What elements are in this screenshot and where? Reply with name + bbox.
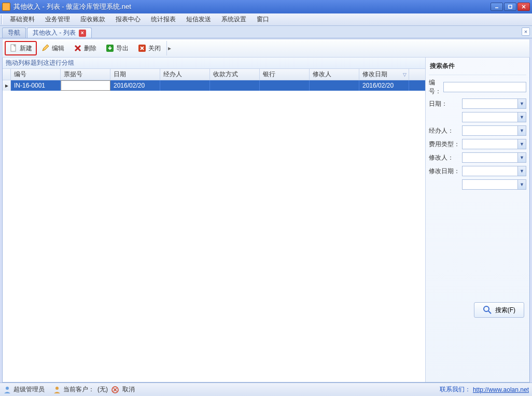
- search-button-label: 搜索(F): [495, 306, 515, 315]
- dropdown-icon: ▼: [517, 99, 526, 108]
- menu-window[interactable]: 窗口: [251, 13, 274, 25]
- search-handler-combo[interactable]: ▼: [462, 125, 526, 136]
- col-header-date[interactable]: 日期: [110, 69, 160, 80]
- export-icon: [106, 44, 114, 52]
- cell-bank[interactable]: [260, 80, 310, 91]
- maximize-button[interactable]: [504, 3, 516, 11]
- dropdown-icon: ▼: [517, 139, 526, 149]
- cell-bill[interactable]: [61, 80, 110, 91]
- client-icon: [53, 386, 61, 394]
- menu-business[interactable]: 业务管理: [40, 13, 75, 25]
- dropdown-icon: ▼: [517, 180, 526, 189]
- label-date: 日期：: [429, 100, 462, 108]
- menu-receivable[interactable]: 应收账款: [75, 13, 110, 25]
- search-feetype-combo[interactable]: ▼: [462, 139, 526, 149]
- tab-strip: 导航 其他收入 - 列表 × ×: [0, 26, 532, 38]
- toolbar-overflow[interactable]: ▸: [166, 41, 172, 55]
- label-modifier: 修改人：: [429, 153, 462, 162]
- label-moddate: 修改日期：: [429, 167, 462, 176]
- menu-settings[interactable]: 系统设置: [216, 13, 251, 25]
- dropdown-icon: ▼: [517, 153, 526, 162]
- tab-other-income-list[interactable]: 其他收入 - 列表 ×: [27, 27, 92, 38]
- row-indicator: ▸: [3, 80, 11, 91]
- tab-close-icon[interactable]: ×: [79, 30, 86, 37]
- new-label: 新建: [20, 44, 32, 53]
- tab-navigation[interactable]: 导航: [2, 27, 26, 38]
- col-header-paymethod[interactable]: 收款方式: [210, 69, 260, 80]
- menu-report-center[interactable]: 报表中心: [110, 13, 146, 25]
- menu-grip: [1, 15, 3, 24]
- status-client: 当前客户： (无) 取消: [53, 385, 135, 394]
- close-tab-button[interactable]: 关闭: [133, 41, 165, 55]
- svg-line-13: [488, 311, 491, 314]
- export-label: 导出: [116, 44, 129, 53]
- svg-point-14: [6, 387, 9, 390]
- search-moddate-from[interactable]: ▼: [462, 166, 526, 176]
- main-content: 拖动列标题到这进行分组 编号 票据号 日期 经办人 收款方式 银行 修改人 修改…: [2, 58, 530, 383]
- row-indicator-header: [3, 69, 11, 80]
- edit-label: 编辑: [52, 44, 64, 53]
- edit-button[interactable]: 编辑: [37, 41, 69, 55]
- menu-basic-data[interactable]: 基础资料: [5, 13, 40, 25]
- contact-label: 联系我们：: [440, 385, 471, 394]
- dropdown-icon: ▼: [517, 126, 526, 135]
- col-header-moddate[interactable]: 修改日期▽: [359, 69, 409, 80]
- search-no-input[interactable]: [443, 82, 526, 92]
- status-client-label: 当前客户：: [63, 385, 94, 394]
- dropdown-icon: ▼: [517, 166, 526, 176]
- magnifier-icon: [483, 305, 492, 315]
- search-title: 搜索条件: [429, 60, 526, 75]
- status-user-label: 超级管理员: [13, 385, 45, 394]
- menu-bar: 基础资料 业务管理 应收账款 报表中心 统计报表 短信发送 系统设置 窗口: [0, 13, 532, 26]
- menu-sms[interactable]: 短信发送: [181, 13, 216, 25]
- cell-paymethod[interactable]: [210, 80, 260, 91]
- toolbar: 新建 编辑 删除 导出 关闭 ▸: [2, 39, 530, 58]
- label-feetype: 费用类型：: [429, 140, 462, 149]
- dropdown-icon: ▼: [517, 112, 526, 122]
- search-date-to[interactable]: ▼: [462, 112, 526, 122]
- table-row[interactable]: ▸ IN-16-0001 2016/02/20 2016/02/20: [3, 80, 425, 91]
- minimize-button[interactable]: [491, 3, 503, 11]
- pencil-icon: [41, 44, 50, 52]
- search-button[interactable]: 搜索(F): [474, 302, 524, 318]
- close-x-icon: [138, 44, 146, 52]
- contact-link[interactable]: http://www.aolan.net: [473, 386, 529, 393]
- grid-area: 拖动列标题到这进行分组 编号 票据号 日期 经办人 收款方式 银行 修改人 修改…: [3, 58, 426, 382]
- col-header-moddate-label: 修改日期: [362, 70, 387, 79]
- grid-body[interactable]: ▸ IN-16-0001 2016/02/20 2016/02/20: [3, 80, 425, 382]
- col-header-modifier[interactable]: 修改人: [310, 69, 359, 80]
- grid-header: 编号 票据号 日期 经办人 收款方式 银行 修改人 修改日期▽: [3, 69, 425, 80]
- label-no: 编号：: [429, 78, 443, 96]
- cell-date[interactable]: 2016/02/20: [110, 80, 160, 91]
- cell-no[interactable]: IN-16-0001: [11, 80, 61, 91]
- status-user: 超级管理员: [3, 385, 45, 394]
- cell-moddate[interactable]: 2016/02/20: [359, 80, 409, 91]
- svg-point-15: [55, 387, 59, 390]
- col-header-no[interactable]: 编号: [11, 69, 61, 80]
- search-modifier-combo[interactable]: ▼: [462, 152, 526, 163]
- delete-button[interactable]: 删除: [69, 41, 101, 55]
- tab-label: 其他收入 - 列表: [33, 29, 76, 37]
- col-header-bill[interactable]: 票据号: [61, 69, 110, 80]
- menu-stat-report[interactable]: 统计报表: [146, 13, 181, 25]
- tab-label: 导航: [8, 29, 20, 37]
- label-handler: 经办人：: [429, 126, 462, 135]
- col-header-bank[interactable]: 银行: [260, 69, 310, 80]
- window-title: 其他收入 - 列表 - 傲蓝冷库管理系统.net: [13, 2, 491, 11]
- user-icon: [3, 386, 11, 394]
- search-panel: 搜索条件 编号： 日期： ▼ ▼ 经办人： ▼ 费用类型： ▼ 修改人： ▼ 修…: [426, 58, 529, 382]
- panel-close-button[interactable]: ×: [522, 27, 530, 36]
- search-date-from[interactable]: ▼: [462, 98, 526, 109]
- col-header-handler[interactable]: 经办人: [160, 69, 210, 80]
- group-by-bar[interactable]: 拖动列标题到这进行分组: [3, 58, 425, 69]
- new-button[interactable]: 新建: [5, 41, 37, 55]
- export-button[interactable]: 导出: [101, 41, 133, 55]
- status-client-value: (无): [97, 385, 108, 394]
- cell-handler[interactable]: [160, 80, 210, 91]
- cancel-icon[interactable]: [111, 386, 119, 394]
- status-cancel-label[interactable]: 取消: [122, 385, 135, 394]
- close-button[interactable]: [517, 3, 530, 11]
- delete-x-icon: [74, 44, 82, 52]
- search-moddate-to[interactable]: ▼: [462, 179, 526, 190]
- cell-modifier[interactable]: [310, 80, 359, 91]
